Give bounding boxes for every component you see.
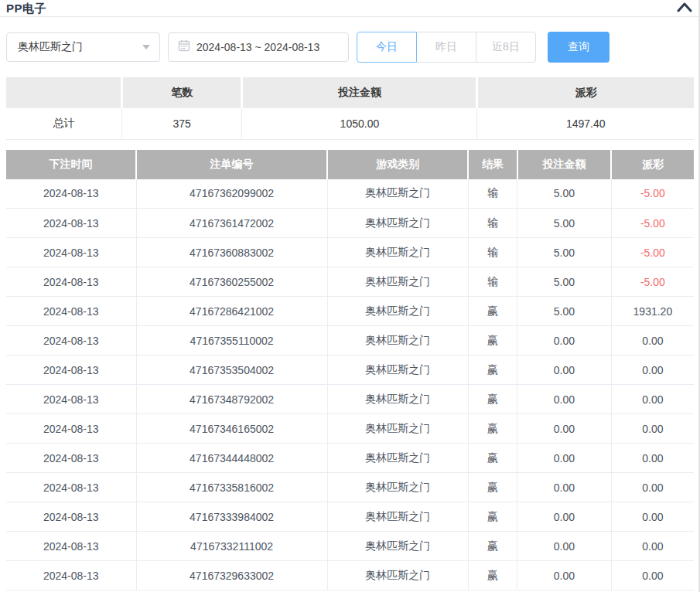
date-range-value: 2024-08-13 ~ 2024-08-13 [196,41,319,53]
bet-table-body: 2024-08-13 47167362099002 奥林匹斯之门 输 5.00 … [6,179,694,590]
table-row: 2024-08-13 47167333984002 奥林匹斯之门 赢 0.00 … [6,502,694,532]
cell-order-no: 47167346165002 [136,414,327,444]
cell-result: 赢 [468,444,517,473]
cell-order-no: 47167353504002 [136,356,327,385]
calendar-icon [178,39,190,55]
filter-bar: 奥林匹斯之门 2024-08-13 ~ 2024-08-13 [6,32,694,63]
cell-result: 赢 [468,414,517,444]
col-header-bet-time: 下注时间 [6,150,136,179]
cell-order-no: 47167361472002 [136,209,327,238]
cell-result: 赢 [468,561,517,590]
cell-order-no: 47167329633002 [136,561,327,590]
game-select-value: 奥林匹斯之门 [18,40,142,54]
cell-result: 输 [468,267,517,297]
cell-bet-amount: 0.00 [517,561,612,590]
game-select[interactable]: 奥林匹斯之门 [6,32,160,62]
caret-down-icon [142,45,150,49]
cell-game-type: 奥林匹斯之门 [327,238,468,267]
cell-bet-time: 2024-08-13 [6,179,136,209]
cell-order-no: 47167332111002 [136,532,327,561]
cell-bet-amount: 0.00 [517,473,612,502]
cell-game-type: 奥林匹斯之门 [327,561,468,590]
table-row: 2024-08-13 47167348792002 奥林匹斯之门 赢 0.00 … [6,385,694,414]
cell-bet-amount: 5.00 [517,179,612,209]
yesterday-button[interactable]: 昨日 [416,32,476,63]
cell-game-type: 奥林匹斯之门 [327,414,468,444]
cell-bet-amount: 0.00 [517,414,612,444]
cell-game-type: 奥林匹斯之门 [327,267,468,297]
cell-payout: 0.00 [611,502,694,532]
date-range-picker[interactable]: 2024-08-13 ~ 2024-08-13 [168,32,349,62]
bet-records-table: 下注时间 注单编号 游戏类别 结果 投注金额 派彩 2024-08-13 471… [6,150,694,591]
summary-total-bet-amount: 1050.00 [242,108,477,139]
table-row: 2024-08-13 47167355110002 奥林匹斯之门 赢 0.00 … [6,326,694,356]
table-row: 2024-08-13 47167360255002 奥林匹斯之门 输 5.00 … [6,267,694,297]
cell-payout: 0.00 [611,356,694,385]
cell-bet-time: 2024-08-13 [6,561,136,590]
cell-payout: 0.00 [611,444,694,473]
bet-table-header-row: 下注时间 注单编号 游戏类别 结果 投注金额 派彩 [6,150,694,179]
cell-payout: 0.00 [611,473,694,502]
summary-total-payout: 1497.40 [477,108,694,139]
cell-game-type: 奥林匹斯之门 [327,444,468,473]
summary-header-count: 笔数 [121,77,242,108]
summary-header-bet-amount: 投注金额 [242,77,477,108]
cell-order-no: 47167344448002 [136,444,327,473]
cell-result: 输 [468,238,517,267]
cell-game-type: 奥林匹斯之门 [327,326,468,356]
summary-total-count: 375 [121,108,242,139]
cell-bet-time: 2024-08-13 [6,326,136,356]
cell-payout: 0.00 [611,326,694,356]
table-row: 2024-08-13 47167332111002 奥林匹斯之门 赢 0.00 … [6,532,694,561]
search-button[interactable]: 查询 [548,32,610,63]
cell-payout: 0.00 [611,385,694,414]
cell-game-type: 奥林匹斯之门 [327,209,468,238]
cell-game-type: 奥林匹斯之门 [327,385,468,414]
cell-bet-amount: 0.00 [517,326,612,356]
page-title: PP电子 [6,2,46,15]
cell-order-no: 47167348792002 [136,385,327,414]
collapse-panel-button[interactable] [677,2,692,14]
cell-result: 输 [468,209,517,238]
cell-bet-amount: 5.00 [517,297,612,326]
cell-order-no: 47167335816002 [136,473,327,502]
cell-bet-amount: 0.00 [517,385,612,414]
table-row: 2024-08-13 47167353504002 奥林匹斯之门 赢 0.00 … [6,356,694,385]
table-row: 2024-08-13 47167286421002 奥林匹斯之门 赢 5.00 … [6,297,694,326]
cell-result: 输 [468,179,517,209]
cell-order-no: 47167355110002 [136,326,327,356]
cell-bet-amount: 5.00 [517,267,612,297]
summary-header-payout: 派彩 [477,77,694,108]
quick-date-button-group: 今日 昨日 近8日 [357,32,536,63]
cell-game-type: 奥林匹斯之门 [327,502,468,532]
cell-bet-time: 2024-08-13 [6,502,136,532]
cell-bet-time: 2024-08-13 [6,209,136,238]
cell-order-no: 47167360255002 [136,267,327,297]
cell-game-type: 奥林匹斯之门 [327,473,468,502]
col-header-payout: 派彩 [611,150,694,179]
pp-electronics-panel: PP电子 奥林匹斯之门 [0,0,700,592]
cell-payout: 0.00 [611,561,694,590]
cell-game-type: 奥林匹斯之门 [327,356,468,385]
table-row: 2024-08-13 47167360883002 奥林匹斯之门 输 5.00 … [6,238,694,267]
table-row: 2024-08-13 47167335816002 奥林匹斯之门 赢 0.00 … [6,473,694,502]
summary-table: 笔数 投注金额 派彩 总计 375 1050.00 1497.40 [6,77,694,140]
last-8-days-button[interactable]: 近8日 [476,32,536,63]
summary-total-row: 总计 375 1050.00 1497.40 [6,108,694,139]
summary-total-label: 总计 [6,108,121,139]
cell-payout: 0.00 [611,532,694,561]
today-button[interactable]: 今日 [357,32,417,63]
cell-result: 赢 [468,326,517,356]
cell-payout: -5.00 [611,209,694,238]
cell-result: 赢 [468,297,517,326]
cell-bet-time: 2024-08-13 [6,238,136,267]
cell-payout: -5.00 [611,238,694,267]
cell-payout: -5.00 [611,267,694,297]
cell-bet-time: 2024-08-13 [6,444,136,473]
table-row: 2024-08-13 47167361472002 奥林匹斯之门 输 5.00 … [6,209,694,238]
cell-bet-time: 2024-08-13 [6,297,136,326]
cell-bet-amount: 0.00 [517,356,612,385]
cell-bet-time: 2024-08-13 [6,532,136,561]
cell-bet-amount: 5.00 [517,209,612,238]
cell-result: 赢 [468,532,517,561]
